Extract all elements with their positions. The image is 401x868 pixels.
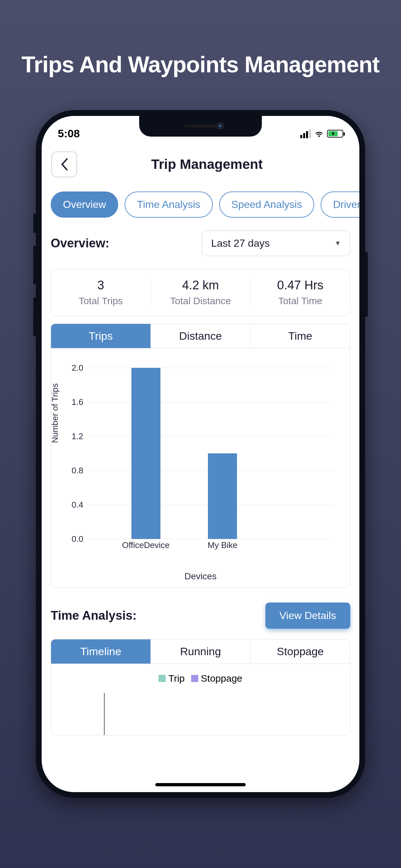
- time-analysis-section-title: Time Analysis:: [51, 609, 136, 623]
- stat-label: Total Trips: [51, 296, 150, 306]
- stat-total-time: 0.47 Hrs Total Time: [251, 278, 350, 306]
- chart-bar: [131, 368, 160, 539]
- status-time: 5:08: [58, 127, 80, 140]
- home-indicator[interactable]: [155, 783, 246, 786]
- battery-icon: [327, 130, 343, 137]
- chart-tab-running[interactable]: Running: [151, 640, 251, 663]
- legend-swatch-trip: [158, 675, 166, 682]
- period-dropdown[interactable]: Last 27 days ▼: [202, 230, 350, 256]
- chart-tabs: Trips Distance Time: [51, 324, 350, 348]
- chart-tab-distance[interactable]: Distance: [151, 324, 251, 348]
- nav-tab-speed-analysis[interactable]: Speed Analysis: [219, 191, 314, 218]
- chart-gridline: [87, 539, 334, 539]
- chart-y-tick: 0.4: [68, 500, 83, 509]
- time-analysis-tabs: Timeline Running Stoppage: [51, 640, 350, 664]
- legend-item-stoppage: Stoppage: [191, 673, 242, 684]
- stat-value: 0.47 Hrs: [251, 278, 350, 292]
- timeline-chart-area: [70, 693, 350, 735]
- chart-y-tick: 1.6: [68, 397, 83, 407]
- app-header: Trip Management: [42, 145, 359, 184]
- chart-tab-trips[interactable]: Trips: [51, 324, 151, 348]
- nav-tab-overview[interactable]: Overview: [51, 191, 118, 218]
- stat-value: 3: [51, 278, 150, 292]
- chart-bar: [208, 454, 237, 539]
- time-analysis-chart-card: Timeline Running Stoppage Trip Stoppage: [51, 639, 350, 735]
- stat-total-distance: 4.2 km Total Distance: [151, 278, 251, 306]
- stat-label: Total Time: [251, 296, 350, 306]
- stats-card: 3 Total Trips 4.2 km Total Distance 0.47…: [51, 269, 350, 316]
- promo-title: Trips And Waypoints Management: [22, 52, 379, 78]
- legend-label: Trip: [168, 673, 185, 684]
- chart-y-tick: 0.0: [68, 534, 83, 544]
- chart-y-tick: 1.2: [68, 431, 83, 441]
- phone-notch: [139, 116, 262, 136]
- chart-legend: Trip Stoppage: [51, 664, 350, 693]
- chart-x-axis-label: Devices: [184, 571, 217, 582]
- nav-tabs: Overview Time Analysis Speed Analysis Dr…: [42, 184, 359, 225]
- chart-content: 0.00.40.81.21.62.0OfficeDeviceMy Bike: [87, 368, 334, 539]
- chart-x-label: OfficeDevice: [122, 540, 169, 550]
- chart-y-axis-label: Number of Trips: [51, 383, 60, 443]
- phone-side-buttons-right: [365, 252, 368, 317]
- nav-tab-driver[interactable]: Driver A: [320, 191, 359, 218]
- legend-label: Stoppage: [201, 673, 242, 684]
- page-title: Trip Management: [93, 157, 320, 172]
- status-icons: [300, 129, 343, 138]
- overview-chart-card: Trips Distance Time Number of Trips 0.00…: [51, 323, 350, 588]
- view-details-button[interactable]: View Details: [266, 602, 350, 629]
- chart-tab-timeline[interactable]: Timeline: [51, 640, 151, 663]
- overview-section-title: Overview:: [51, 237, 110, 250]
- nav-tab-time-analysis[interactable]: Time Analysis: [125, 191, 212, 218]
- legend-item-trip: Trip: [158, 673, 185, 684]
- chart-gridline: [87, 436, 334, 437]
- stat-label: Total Distance: [151, 296, 250, 306]
- chart-y-tick: 2.0: [68, 363, 83, 373]
- chart-area: Number of Trips 0.00.40.81.21.62.0Office…: [51, 348, 350, 587]
- chevron-down-icon: ▼: [335, 240, 341, 247]
- chart-gridline: [87, 402, 334, 402]
- stat-total-trips: 3 Total Trips: [51, 278, 151, 306]
- cellular-signal-icon: [300, 129, 311, 138]
- back-button[interactable]: [51, 151, 77, 177]
- wifi-icon: [314, 129, 324, 138]
- chart-y-tick: 0.8: [68, 465, 83, 475]
- chart-tab-time[interactable]: Time: [251, 324, 350, 348]
- stat-value: 4.2 km: [151, 278, 250, 292]
- legend-swatch-stoppage: [191, 675, 198, 682]
- phone-frame: 5:08: [36, 110, 365, 798]
- phone-side-buttons-left: [33, 213, 36, 349]
- chart-x-label: My Bike: [208, 540, 237, 550]
- period-dropdown-value: Last 27 days: [211, 237, 270, 249]
- chart-tab-stoppage[interactable]: Stoppage: [251, 640, 350, 663]
